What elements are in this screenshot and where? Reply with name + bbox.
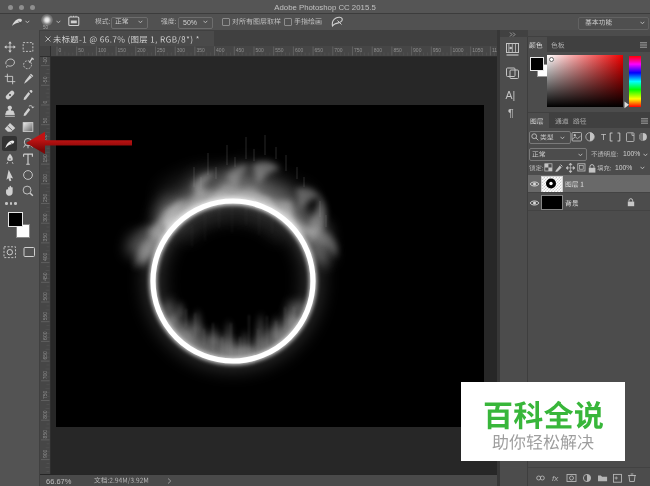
svg-text:400: 400 xyxy=(216,47,225,53)
svg-text:500: 500 xyxy=(256,47,265,53)
svg-text:450: 450 xyxy=(42,272,48,281)
svg-text:650: 650 xyxy=(42,351,48,360)
svg-text:800: 800 xyxy=(374,47,383,53)
svg-text:-50: -50 xyxy=(42,76,48,83)
svg-text:900: 900 xyxy=(413,47,422,53)
svg-text:550: 550 xyxy=(275,47,284,53)
svg-text:150: 150 xyxy=(118,47,127,53)
svg-text:200: 200 xyxy=(42,174,48,183)
svg-text:T: T xyxy=(601,132,606,142)
svg-text:350: 350 xyxy=(196,47,205,53)
svg-text:250: 250 xyxy=(157,47,166,53)
svg-text:750: 750 xyxy=(42,390,48,399)
svg-text:300: 300 xyxy=(42,213,48,222)
svg-text:450: 450 xyxy=(236,47,245,53)
svg-text:600: 600 xyxy=(42,331,48,340)
svg-text:500: 500 xyxy=(42,292,48,301)
svg-text:550: 550 xyxy=(42,312,48,321)
svg-text:fx: fx xyxy=(552,474,559,483)
svg-text:850: 850 xyxy=(42,430,48,439)
svg-text:600: 600 xyxy=(295,47,304,53)
svg-text:700: 700 xyxy=(42,371,48,380)
svg-text:900: 900 xyxy=(42,450,48,459)
svg-text:¶: ¶ xyxy=(508,107,514,119)
svg-text:800: 800 xyxy=(42,410,48,419)
svg-text:0: 0 xyxy=(42,101,48,104)
svg-text:650: 650 xyxy=(315,47,324,53)
svg-text:400: 400 xyxy=(42,253,48,262)
svg-text:50: 50 xyxy=(78,47,84,53)
svg-text:350: 350 xyxy=(42,233,48,242)
svg-text:50: 50 xyxy=(42,117,48,123)
svg-text:300: 300 xyxy=(177,47,186,53)
svg-text:850: 850 xyxy=(393,47,402,53)
svg-text:250: 250 xyxy=(42,193,48,202)
svg-text:100: 100 xyxy=(98,47,107,53)
svg-text:200: 200 xyxy=(137,47,146,53)
svg-text:A|: A| xyxy=(506,89,516,101)
svg-text:950: 950 xyxy=(433,47,442,53)
svg-text:700: 700 xyxy=(334,47,343,53)
svg-text:750: 750 xyxy=(354,47,363,53)
svg-text:1050: 1050 xyxy=(472,47,483,53)
svg-text:1000: 1000 xyxy=(453,47,464,53)
svg-text:0: 0 xyxy=(59,47,62,53)
